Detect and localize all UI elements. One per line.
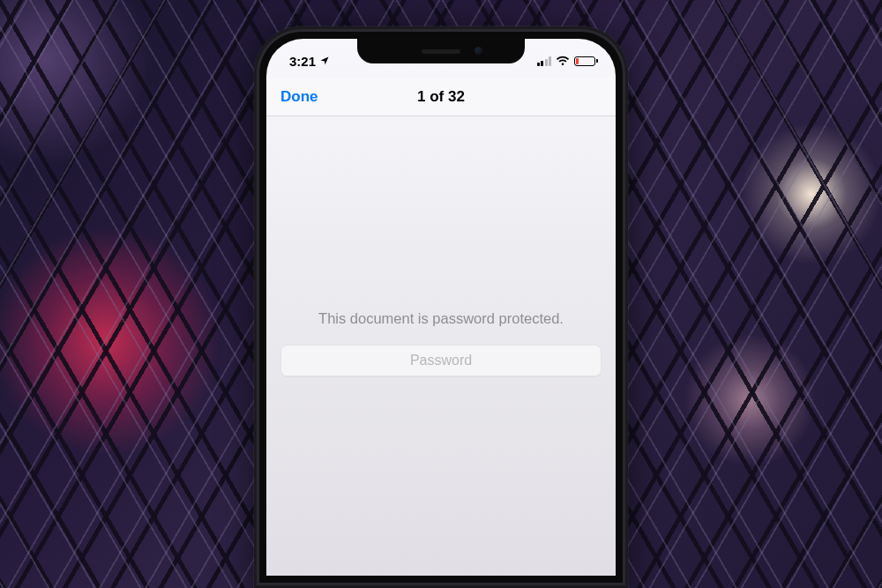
- phone-front-camera: [475, 47, 482, 55]
- wifi-icon: [556, 56, 570, 66]
- done-button[interactable]: Done: [280, 88, 318, 106]
- password-input[interactable]: [280, 345, 602, 376]
- nav-bar: Done 1 of 32: [266, 78, 616, 116]
- status-time: 3:21: [289, 54, 316, 69]
- locked-message: This document is password protected.: [266, 310, 616, 327]
- location-arrow-icon: [319, 56, 330, 66]
- status-left: 3:21: [289, 48, 330, 69]
- battery-fill: [576, 58, 579, 64]
- page-title: 1 of 32: [266, 88, 616, 106]
- cellular-signal-icon: [537, 56, 552, 66]
- phone-notch: [357, 39, 525, 63]
- document-locked-content: This document is password protected.: [266, 116, 616, 376]
- battery-tip: [596, 59, 598, 63]
- phone-screen: 3:21: [266, 39, 616, 576]
- phone-frame: 3:21: [254, 26, 628, 588]
- battery-body: [574, 56, 595, 66]
- password-field-wrap: [266, 345, 616, 376]
- battery-low-icon: [574, 56, 598, 66]
- status-right: [537, 50, 599, 66]
- phone-speaker: [422, 49, 460, 54]
